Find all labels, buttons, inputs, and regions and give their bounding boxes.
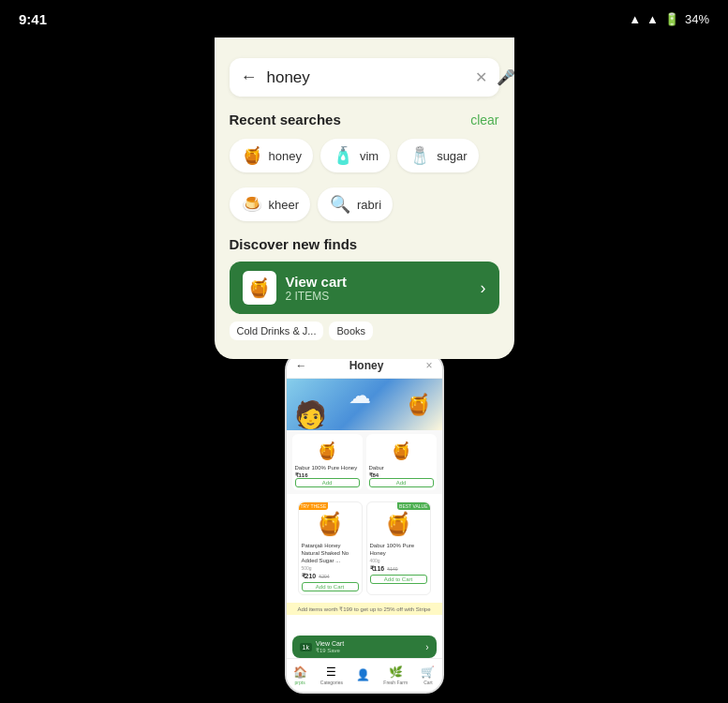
view-cart-bar[interactable]: 🍯 View cart 2 ITEMS ›: [230, 262, 499, 314]
mockup-bottom-nav: 🏠 prpts ☰ Categories 👤 🌿 Fresh Farm 🛒 Ca…: [287, 658, 442, 692]
nav-item-home[interactable]: 🏠 prpts: [293, 666, 307, 685]
dabur-add-btn[interactable]: Add to Cart: [370, 575, 427, 584]
phone-mockup: ← Honey × ☁ 🧑 🍯 🍯 Dabur 100% Pure Honey …: [285, 352, 444, 694]
mockup-back-icon[interactable]: ←: [296, 359, 307, 372]
dabur-1kg-name: Dabur: [369, 465, 434, 471]
rabri-label: rabri: [357, 198, 381, 212]
patanjali-img: 🍯: [302, 505, 359, 543]
wifi-icon: ▲: [629, 12, 641, 26]
search-bar: ← ✕ 🎤: [230, 58, 499, 97]
cart-product-thumbnail: 🍯: [243, 271, 276, 305]
cart-bar-left: 1k View Cart ₹19 Save: [300, 640, 345, 653]
categories-nav-label: Categories: [320, 680, 343, 685]
recent-searches-title: Recent searches: [230, 112, 341, 127]
discover-chip-cold-drinks[interactable]: Cold Drinks & J...: [230, 322, 324, 340]
vim-label: vim: [360, 149, 379, 163]
best-value-label: BEST VALUE: [397, 502, 429, 510]
cart-text-container: View cart 2 ITEMS: [286, 274, 471, 303]
savings-strip: Add items worth ₹199 to get up to 25% of…: [287, 603, 442, 615]
rabri-icon: 🔍: [329, 193, 351, 216]
cart-bar-text: View Cart ₹19 Save: [316, 640, 344, 653]
recent-tags-row2: 🍮 kheer 🔍 rabri: [230, 187, 499, 221]
clear-recent-button[interactable]: clear: [470, 112, 498, 127]
product-card-dabur-250: 🍯 Dabur 100% Pure Honey ₹116 Add: [292, 434, 363, 490]
dabur-deal-price: ₹116: [370, 565, 385, 573]
dabur-250-img: 🍯: [295, 437, 360, 465]
banner-jar-icon: 🍯: [406, 393, 431, 417]
dabur-1kg-img: 🍯: [369, 437, 434, 465]
nav-item-profile[interactable]: 👤: [356, 668, 370, 682]
search-input[interactable]: [267, 68, 466, 87]
nav-item-cart[interactable]: 🛒 Cart: [421, 666, 435, 685]
cart-arrow-icon: ›: [481, 278, 486, 298]
dabur-orig-price: ₹140: [387, 566, 397, 572]
dabur-1kg-price: ₹84: [369, 471, 434, 478]
recent-tags-container: 🍯 honey 🧴 vim 🧂 sugar: [230, 139, 499, 172]
cart-nav-icon: 🛒: [421, 666, 435, 679]
recent-tag-sugar[interactable]: 🧂 sugar: [397, 139, 479, 172]
mic-icon[interactable]: 🎤: [497, 68, 514, 86]
cart-count-badge: 1k: [300, 643, 312, 651]
best-deals-row: TRY THESE 🍯 Patanjali Honey Natural Shak…: [292, 498, 437, 598]
product-row-mini: 🍯 Dabur 100% Pure Honey ₹116 Add 🍯 Dabur…: [287, 430, 442, 494]
nav-item-categories[interactable]: ☰ Categories: [320, 666, 343, 685]
fresh-farm-nav-label: Fresh Farm: [383, 680, 408, 685]
banner-person-icon: 🧑: [294, 399, 327, 430]
try-label: TRY THESE: [299, 502, 329, 510]
deal-card-patanjali: TRY THESE 🍯 Patanjali Honey Natural Shak…: [298, 501, 363, 594]
status-icons: ▲ ▲ 🔋 34%: [629, 12, 709, 26]
honey-label: honey: [269, 149, 302, 163]
search-panel: ← ✕ 🎤 Recent searches clear 🍯 honey 🧴 vi…: [215, 11, 514, 359]
signal-icon: ▲: [646, 12, 659, 26]
cart-bar-arrow: ›: [425, 642, 428, 652]
clear-search-icon[interactable]: ✕: [475, 68, 487, 86]
mockup-cart-bar[interactable]: 1k View Cart ₹19 Save ›: [292, 636, 437, 658]
deal-cards-section: TRY THESE 🍯 Patanjali Honey Natural Shak…: [287, 494, 442, 602]
discover-title: Discover new finds: [230, 236, 499, 252]
battery-percent: 34%: [685, 12, 709, 26]
mockup-close-icon[interactable]: ×: [425, 359, 432, 372]
discover-chip-books[interactable]: Books: [329, 322, 373, 340]
recent-tag-rabri[interactable]: 🔍 rabri: [318, 187, 393, 221]
dabur-250-price: ₹116: [295, 471, 360, 478]
patanjali-orig-price: ₹294: [319, 574, 329, 579]
sugar-icon: 🧂: [409, 144, 431, 167]
recent-tag-vim[interactable]: 🧴 vim: [320, 139, 390, 172]
mockup-title: Honey: [349, 359, 384, 372]
vim-icon: 🧴: [332, 144, 354, 167]
dabur-250-name: Dabur 100% Pure Honey: [295, 465, 360, 471]
cart-items-count: 2 ITEMS: [286, 290, 471, 303]
dabur-deal-name: Dabur 100% Pure Honey: [370, 543, 427, 558]
view-cart-label: View cart: [286, 274, 471, 290]
mockup-banner: ☁ 🧑 🍯: [287, 379, 442, 430]
nav-item-fresh-farm[interactable]: 🌿 Fresh Farm: [383, 666, 408, 685]
dabur-deal-img: 🍯: [370, 505, 427, 543]
recent-tag-honey[interactable]: 🍯 honey: [230, 139, 313, 172]
patanjali-price-row: ₹210 ₹294: [302, 573, 359, 580]
kheer-icon: 🍮: [241, 193, 263, 216]
fresh-farm-nav-icon: 🌿: [389, 666, 403, 679]
sugar-label: sugar: [437, 149, 468, 163]
profile-nav-icon: 👤: [356, 668, 370, 681]
cart-bar-savings: ₹19 Save: [316, 647, 344, 653]
patanjali-price: ₹210: [302, 573, 317, 580]
product-card-dabur-1kg: 🍯 Dabur ₹84 Add: [366, 434, 437, 490]
cart-nav-label: Cart: [423, 680, 432, 685]
status-time: 9:41: [19, 11, 47, 27]
honey-icon: 🍯: [241, 144, 263, 167]
home-nav-label: prpts: [295, 680, 305, 685]
dabur-250-add[interactable]: Add: [295, 478, 360, 487]
home-nav-icon: 🏠: [293, 666, 307, 679]
discover-categories-row: Cold Drinks & J... Books: [230, 322, 499, 340]
banner-cloud: ☁: [349, 382, 371, 409]
recent-searches-header: Recent searches clear: [230, 112, 499, 127]
categories-nav-icon: ☰: [326, 666, 336, 679]
cart-bar-label: View Cart: [316, 640, 344, 647]
patanjali-weight: 500g: [302, 565, 359, 571]
dabur-price-row: ₹116 ₹140: [370, 565, 427, 573]
back-arrow-icon[interactable]: ←: [241, 67, 258, 87]
recent-tag-kheer[interactable]: 🍮 kheer: [230, 187, 311, 221]
patanjali-add-btn[interactable]: Add to Cart: [302, 582, 359, 591]
status-bar: 9:41 ▲ ▲ 🔋 34%: [0, 0, 728, 37]
dabur-1kg-add[interactable]: Add: [369, 478, 434, 487]
